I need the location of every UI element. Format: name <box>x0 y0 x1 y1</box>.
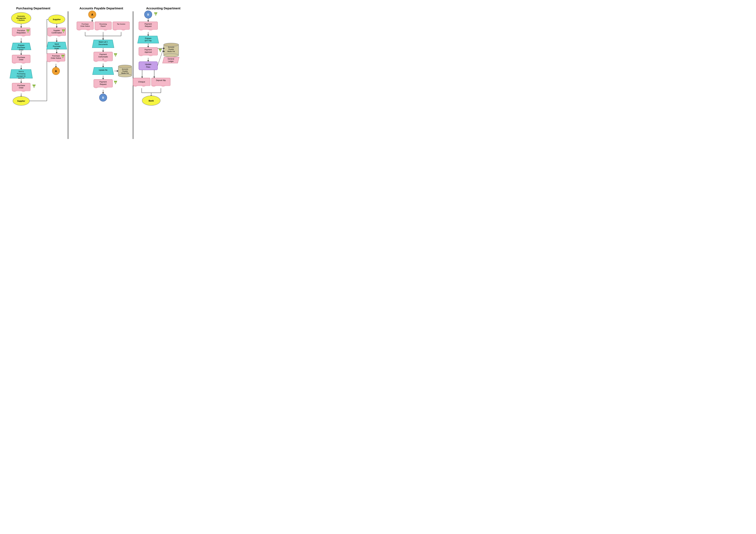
svg-marker-82 <box>102 78 104 79</box>
svg-marker-62 <box>102 38 104 40</box>
svg-text:Purchase: Purchase <box>82 23 89 25</box>
svg-marker-11 <box>20 54 22 55</box>
svg-point-105 <box>164 54 179 57</box>
svg-text:D: D <box>160 50 161 52</box>
svg-text:Deposit Slip: Deposit Slip <box>156 79 166 81</box>
svg-text:Requisition: Requisition <box>17 32 26 34</box>
svg-text:Master File: Master File <box>167 51 175 52</box>
svg-marker-21 <box>20 82 22 83</box>
svg-text:Managemen: Managemen <box>16 17 26 19</box>
svg-text:Request: Request <box>145 25 152 27</box>
svg-marker-120 <box>141 77 143 78</box>
svg-marker-15 <box>20 68 22 69</box>
svg-text:Payable: Payable <box>122 70 128 72</box>
inventory-system-label: Invenotry <box>17 15 25 17</box>
svg-text:Approval: Approval <box>145 51 152 53</box>
svg-text:D: D <box>27 31 28 32</box>
accounting-dept-title: Accounting Department <box>146 7 180 10</box>
svg-marker-42 <box>56 52 58 54</box>
svg-text:Match all 3: Match all 3 <box>99 41 107 43</box>
svg-marker-51 <box>91 20 93 22</box>
svg-marker-122 <box>153 77 155 78</box>
svg-text:D: D <box>155 13 156 15</box>
svg-text:Update file: Update file <box>99 69 107 71</box>
svg-text:Update: Update <box>145 63 151 65</box>
svg-text:Documents: Documents <box>98 43 108 45</box>
svg-text:Request: Request <box>100 83 107 85</box>
svg-text:D: D <box>63 31 64 32</box>
svg-marker-6 <box>20 41 22 43</box>
svg-text:Ledger: Ledger <box>168 60 174 63</box>
svg-text:A: A <box>55 70 57 73</box>
svg-text:Authorisatio: Authorisatio <box>98 56 108 58</box>
svg-text:Purchase: Purchase <box>53 45 61 47</box>
svg-text:B: B <box>147 13 149 16</box>
svg-text:Order Notice: Order Notice <box>80 25 90 27</box>
supplier-bottom-label: Supplier <box>17 100 25 102</box>
svg-text:Cheque: Cheque <box>138 81 145 83</box>
svg-text:n: n <box>103 58 104 60</box>
flowchart-diagram: Purchasing Department Accounts Payable D… <box>3 3 194 142</box>
svg-text:Purchase: Purchase <box>17 46 25 49</box>
ap-dept-title: Accounts Payable Department <box>80 7 123 10</box>
svg-marker-87 <box>102 92 104 94</box>
svg-text:Master File: Master File <box>121 72 129 74</box>
svg-text:Supplier: Supplier <box>53 30 60 32</box>
svg-text:Payable: Payable <box>169 48 174 50</box>
svg-text:EFT File: EFT File <box>145 40 151 42</box>
svg-point-77 <box>118 74 132 77</box>
svg-text:Accounts: Accounts <box>168 46 174 48</box>
svg-point-76 <box>118 65 132 68</box>
tax-invoice-shape <box>113 22 129 30</box>
svg-text:Order Notice: Order Notice <box>51 57 61 59</box>
svg-text:General: General <box>168 58 174 60</box>
svg-text:D: D <box>33 86 35 87</box>
svg-text:D: D <box>115 82 116 84</box>
svg-text:Payment: Payment <box>99 53 107 55</box>
svg-text:Files: Files <box>146 66 150 68</box>
svg-point-104 <box>164 43 179 46</box>
svg-text:Receiving: Receiving <box>99 23 107 25</box>
svg-text:Confirmation: Confirmation <box>52 32 62 34</box>
bank-label: Bank <box>148 100 154 102</box>
svg-marker-96 <box>147 35 149 36</box>
supplier-top-label: Supplier <box>53 18 61 20</box>
svg-text:Report: Report <box>100 25 106 27</box>
svg-text:Tax Invoice: Tax Invoice <box>117 23 125 25</box>
svg-marker-115 <box>147 60 149 62</box>
svg-text:t System: t System <box>18 19 25 21</box>
purchasing-dept-title: Purchasing Department <box>16 7 50 10</box>
svg-text:Send: Send <box>55 43 59 45</box>
svg-text:B: B <box>102 96 104 99</box>
svg-marker-32 <box>56 26 58 28</box>
svg-text:Purchase: Purchase <box>52 55 60 57</box>
svg-text:Purchasing: Purchasing <box>17 73 25 75</box>
svg-marker-37 <box>56 41 58 42</box>
svg-text:D: D <box>62 56 63 58</box>
svg-text:Order: Order <box>19 59 24 61</box>
svg-text:Accounts: Accounts <box>122 68 128 70</box>
svg-marker-100 <box>147 46 149 47</box>
svg-text:Purchase: Purchase <box>17 56 25 59</box>
svg-text:Purcahse: Purcahse <box>17 30 25 32</box>
svg-text:Prepare: Prepare <box>18 44 24 46</box>
svg-marker-66 <box>102 51 104 52</box>
svg-text:D: D <box>115 54 116 56</box>
svg-text:Order: Order <box>19 87 24 89</box>
svg-text:A: A <box>91 13 93 16</box>
svg-text:approval: approval <box>18 77 24 79</box>
svg-marker-72 <box>102 66 104 67</box>
svg-text:Sent to: Sent to <box>18 70 24 72</box>
prepare-eft-shape <box>138 36 159 43</box>
arrow-head-1 <box>20 26 22 28</box>
svg-text:manager for: manager for <box>17 75 26 77</box>
svg-text:Prepare: Prepare <box>145 37 151 39</box>
svg-text:Payment: Payment <box>145 49 152 51</box>
svg-text:Purchase: Purchase <box>17 85 25 87</box>
svg-marker-92 <box>147 20 149 22</box>
svg-text:Order: Order <box>19 49 24 51</box>
deposit-slip-shape <box>151 78 170 86</box>
svg-text:Order: Order <box>54 48 59 50</box>
svg-text:Payment: Payment <box>145 23 152 25</box>
svg-text:Payment: Payment <box>99 81 107 83</box>
